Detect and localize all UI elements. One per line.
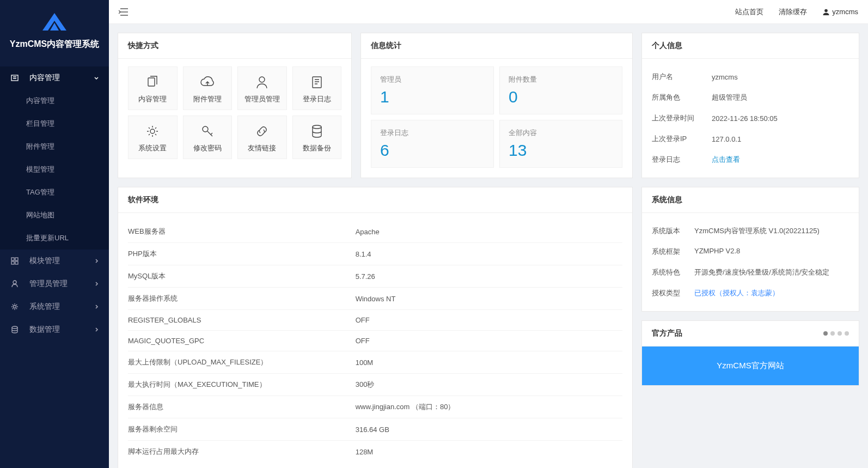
env-key: 脚本运行占用最大内存 [128,441,356,463]
env-value: www.jingjian.com （端口：80） [356,396,622,418]
submenu-item-batchurl[interactable]: 批量更新URL [0,227,109,250]
shortcut-attachment[interactable]: 附件管理 [183,66,233,110]
submenu-item-content[interactable]: 内容管理 [0,89,109,112]
table-row: 上次登录IP127.0.0.1 [652,129,849,149]
sys-key: 系统特色 [652,262,694,283]
user-icon [240,75,284,90]
submenu-item-sitemap[interactable]: 网站地图 [0,204,109,227]
shortcut-log[interactable]: 登录日志 [292,66,342,110]
sidebar-item-admin[interactable]: 管理员管理 [0,272,109,295]
env-value: Apache [356,221,622,243]
env-key: WEB服务器 [128,221,356,243]
user-icon [822,8,830,16]
submenu-item-category[interactable]: 栏目管理 [0,112,109,135]
database-icon [10,325,20,334]
submenu-item-model[interactable]: 模型管理 [0,158,109,181]
shortcut-label: 修改密码 [186,143,230,153]
clear-cache-link[interactable]: 清除缓存 [779,7,807,17]
env-value: 316.64 GB [356,418,622,441]
shortcut-label: 数据备份 [295,143,339,153]
chevron-right-icon [94,281,99,287]
svg-point-12 [150,129,155,133]
table-row: 脚本运行占用最大内存128M [128,441,622,463]
sysinfo-panel: 系统信息 系统版本YzmCMS内容管理系统 V1.0(20221125) 系统框… [641,187,859,312]
submenu-item-attachment[interactable]: 附件管理 [0,135,109,158]
stat-label: 管理员 [380,75,485,84]
svg-rect-4 [15,262,18,264]
shortcut-label: 附件管理 [186,94,230,104]
svg-point-8 [825,9,828,12]
shortcut-label: 管理员管理 [240,94,284,104]
shortcut-settings[interactable]: 系统设置 [128,116,178,159]
shortcuts-panel: 快捷方式 内容管理 附件管理 管理员管理 [118,33,352,178]
carousel-dot[interactable] [838,331,842,336]
software-title: 软件环境 [118,187,632,213]
shortcut-links[interactable]: 友情链接 [237,116,287,159]
shortcut-content[interactable]: 内容管理 [128,66,178,110]
sys-value: YZMPHP V2.8 [694,241,849,262]
sys-key: 授权类型 [652,283,694,303]
carousel-dots [823,331,849,336]
shortcut-backup[interactable]: 数据备份 [292,116,342,159]
username-label: yzmcms [832,8,858,16]
svg-point-6 [14,306,16,308]
shortcut-password[interactable]: 修改密码 [183,116,233,159]
stat-logs: 登录日志 6 [371,120,494,168]
copy-icon [131,75,175,90]
license-link[interactable]: 已授权（授权人：袁志蒙） [694,289,779,297]
kv-value: 2022-11-26 18:50:05 [712,108,849,129]
carousel-dot[interactable] [845,331,849,336]
product-banner[interactable]: YzmCMS官方网站 [642,347,859,385]
site-home-link[interactable]: 站点首页 [735,7,763,17]
stat-label: 附件数量 [509,75,613,84]
svg-point-13 [203,126,208,132]
log-icon [295,75,339,90]
sys-value: 开源免费/速度快/轻量级/系统简洁/安全稳定 [694,262,849,283]
header: 站点首页 清除缓存 yzmcms [109,0,868,24]
stat-value: 1 [380,88,485,106]
kv-key: 上次登录时间 [652,108,712,129]
carousel-dot[interactable] [823,331,828,336]
carousel-dot[interactable] [830,331,835,336]
stat-label: 登录日志 [380,128,485,138]
table-row: MySQL版本5.7.26 [128,265,622,288]
brand-name: YzmCMS内容管理系统 [0,39,109,50]
sys-key: 系统框架 [652,241,694,262]
sidebar-item-label: 内容管理 [29,73,60,83]
sidebar-item-module[interactable]: 模块管理 [0,250,109,272]
submenu-item-tag[interactable]: TAG管理 [0,181,109,204]
table-row: 系统框架YZMPHP V2.8 [652,241,849,262]
stat-attachments: 附件数量 0 [499,66,622,114]
sidebar-item-label: 模块管理 [29,256,60,266]
svg-rect-9 [148,78,155,86]
cloud-upload-icon [186,75,230,90]
env-value: 100M [356,351,622,374]
svg-point-10 [259,77,265,82]
view-log-link[interactable]: 点击查看 [712,155,740,163]
kv-value: yzmcms [712,66,849,87]
env-value: OFF [356,310,622,331]
env-value: 128M [356,441,622,463]
chevron-right-icon [94,258,99,264]
table-row: 服务器操作系统Windows NT [128,288,622,310]
products-panel: 官方产品 YzmCMS官方网站 [641,320,859,386]
env-value: 300秒 [356,374,622,396]
table-row: REGISTER_GLOBALSOFF [128,310,622,331]
shortcut-admin[interactable]: 管理员管理 [237,66,287,110]
products-title-text: 官方产品 [652,329,682,338]
table-row: WEB服务器Apache [128,221,622,243]
menu-toggle-icon[interactable] [119,8,130,16]
stat-content: 全部内容 13 [499,120,622,168]
svg-rect-0 [11,75,18,81]
chevron-right-icon [94,327,99,332]
svg-rect-1 [11,258,14,260]
svg-rect-2 [15,258,18,260]
user-menu[interactable]: yzmcms [822,8,858,16]
kv-value: 超级管理员 [712,87,849,108]
kv-key: 用户名 [652,66,712,87]
sidebar-item-data[interactable]: 数据管理 [0,318,109,341]
sidebar-item-system[interactable]: 系统管理 [0,295,109,318]
products-title: 官方产品 [642,321,859,347]
sidebar-item-content[interactable]: 内容管理 [0,66,109,89]
env-key: 最大执行时间（MAX_EXECUTION_TIME） [128,374,356,396]
